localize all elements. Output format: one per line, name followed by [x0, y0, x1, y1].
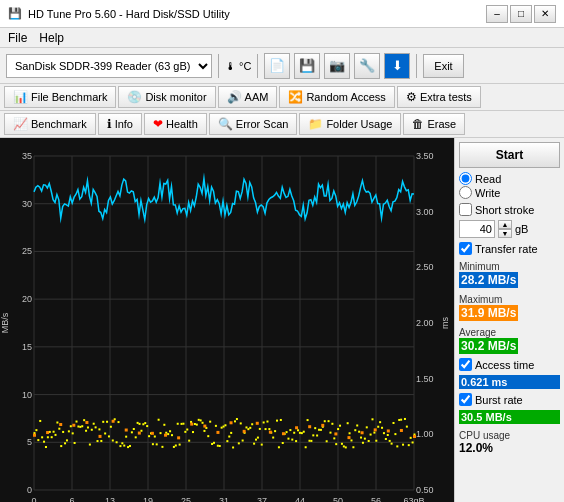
- transfer-rate-text: Transfer rate: [475, 243, 538, 255]
- nav-file-benchmark[interactable]: 📊 File Benchmark: [4, 86, 116, 108]
- close-button[interactable]: ✕: [534, 5, 556, 23]
- nav-health[interactable]: ❤ Health: [144, 113, 207, 135]
- toolbar-btn5[interactable]: ⬇: [384, 53, 410, 79]
- maximum-label: Maximum: [459, 294, 560, 305]
- short-stroke-unit: gB: [515, 223, 528, 235]
- burst-value: 30.5 MB/s: [459, 410, 560, 424]
- minimize-button[interactable]: –: [486, 5, 508, 23]
- drive-select[interactable]: SanDisk SDDR-399 Reader (63 gB): [6, 54, 212, 78]
- nav-file-benchmark-label: File Benchmark: [31, 91, 107, 103]
- start-button[interactable]: Start: [459, 142, 560, 168]
- benchmark-icon: 📈: [13, 117, 28, 131]
- extra-tests-icon: ⚙: [406, 90, 417, 104]
- short-stroke-checkbox[interactable]: [459, 203, 472, 216]
- radio-read-label[interactable]: Read: [459, 172, 560, 185]
- toolbar-btn1[interactable]: 📄: [264, 53, 290, 79]
- nav-erase[interactable]: 🗑 Erase: [403, 113, 465, 135]
- nav-info[interactable]: ℹ Info: [98, 113, 142, 135]
- transfer-rate-checkbox[interactable]: [459, 242, 472, 255]
- menubar: File Help: [0, 28, 564, 48]
- toolbar-temp: 🌡 °C: [225, 60, 251, 72]
- maximum-value: 31.9 MB/s: [459, 305, 518, 321]
- info-icon: ℹ: [107, 117, 112, 131]
- nav-random-access-label: Random Access: [306, 91, 385, 103]
- exit-button[interactable]: Exit: [423, 54, 463, 78]
- average-label: Average: [459, 327, 560, 338]
- right-panel: Start Read Write Short stroke ▲ ▼ gB: [454, 138, 564, 502]
- folder-usage-icon: 📁: [308, 117, 323, 131]
- chart-area: [0, 138, 454, 502]
- nav-error-scan[interactable]: 🔍 Error Scan: [209, 113, 298, 135]
- app-icon: 💾: [8, 7, 22, 20]
- titlebar-left: 💾 HD Tune Pro 5.60 - Hard Disk/SSD Utili…: [8, 7, 230, 20]
- short-stroke-text: Short stroke: [475, 204, 534, 216]
- short-stroke-checkbox-label[interactable]: Short stroke: [459, 203, 560, 216]
- stat-cpu: CPU usage 12.0%: [459, 430, 560, 455]
- toolbar-btn4[interactable]: 🔧: [354, 53, 380, 79]
- spin-up[interactable]: ▲: [498, 220, 512, 229]
- minimum-label: Minimum: [459, 261, 560, 272]
- nav-extra-tests[interactable]: ⚙ Extra tests: [397, 86, 481, 108]
- temp-unit: °C: [239, 60, 251, 72]
- toolbar-btn3[interactable]: 📷: [324, 53, 350, 79]
- titlebar: 💾 HD Tune Pro 5.60 - Hard Disk/SSD Utili…: [0, 0, 564, 28]
- nav-random-access[interactable]: 🔀 Random Access: [279, 86, 394, 108]
- temp-icon: 🌡: [225, 60, 236, 72]
- menu-file[interactable]: File: [8, 31, 27, 45]
- nav-disk-monitor[interactable]: 💿 Disk monitor: [118, 86, 215, 108]
- access-time-checkbox-label[interactable]: Access time: [459, 358, 560, 371]
- toolbar-separator3: [416, 54, 417, 78]
- transfer-rate-checkbox-label[interactable]: Transfer rate: [459, 242, 560, 255]
- radio-write[interactable]: [459, 186, 472, 199]
- nav-aam[interactable]: 🔊 AAM: [218, 86, 278, 108]
- access-time-checkbox[interactable]: [459, 358, 472, 371]
- nav-extra-tests-label: Extra tests: [420, 91, 472, 103]
- stat-average: Average 30.2 MB/s: [459, 327, 560, 354]
- file-benchmark-icon: 📊: [13, 90, 28, 104]
- radio-read[interactable]: [459, 172, 472, 185]
- toolbar: SanDisk SDDR-399 Reader (63 gB) 🌡 °C 📄 💾…: [0, 48, 564, 84]
- maximize-button[interactable]: □: [510, 5, 532, 23]
- nav-row1: 📊 File Benchmark 💿 Disk monitor 🔊 AAM 🔀 …: [0, 84, 564, 111]
- stat-maximum: Maximum 31.9 MB/s: [459, 294, 560, 321]
- erase-icon: 🗑: [412, 117, 424, 131]
- disk-monitor-icon: 💿: [127, 90, 142, 104]
- titlebar-title: HD Tune Pro 5.60 - Hard Disk/SSD Utility: [28, 8, 230, 20]
- nav-error-scan-label: Error Scan: [236, 118, 289, 130]
- main-chart: [0, 138, 454, 502]
- main-content: Start Read Write Short stroke ▲ ▼ gB: [0, 138, 564, 502]
- titlebar-controls: – □ ✕: [486, 5, 556, 23]
- nav-health-label: Health: [166, 118, 198, 130]
- nav-disk-monitor-label: Disk monitor: [145, 91, 206, 103]
- nav-erase-label: Erase: [427, 118, 456, 130]
- burst-rate-text: Burst rate: [475, 394, 523, 406]
- toolbar-separator: [218, 54, 219, 78]
- radio-write-label[interactable]: Write: [459, 186, 560, 199]
- cpu-label: CPU usage: [459, 430, 560, 441]
- random-access-icon: 🔀: [288, 90, 303, 104]
- access-value: 0.621 ms: [459, 375, 560, 389]
- spin-down[interactable]: ▼: [498, 229, 512, 238]
- short-stroke-row: ▲ ▼ gB: [459, 220, 560, 238]
- average-value: 30.2 MB/s: [459, 338, 518, 354]
- access-time-text: Access time: [475, 359, 534, 371]
- nav-aam-label: AAM: [245, 91, 269, 103]
- minimum-value: 28.2 MB/s: [459, 272, 518, 288]
- short-stroke-spinner: ▲ ▼: [498, 220, 512, 238]
- burst-rate-checkbox[interactable]: [459, 393, 472, 406]
- nav-info-label: Info: [115, 118, 133, 130]
- error-scan-icon: 🔍: [218, 117, 233, 131]
- menu-help[interactable]: Help: [39, 31, 64, 45]
- aam-icon: 🔊: [227, 90, 242, 104]
- nav-folder-usage[interactable]: 📁 Folder Usage: [299, 113, 401, 135]
- nav-benchmark[interactable]: 📈 Benchmark: [4, 113, 96, 135]
- nav-benchmark-label: Benchmark: [31, 118, 87, 130]
- nav-folder-usage-label: Folder Usage: [326, 118, 392, 130]
- toolbar-btn2[interactable]: 💾: [294, 53, 320, 79]
- nav-row2: 📈 Benchmark ℹ Info ❤ Health 🔍 Error Scan…: [0, 111, 564, 138]
- burst-rate-checkbox-label[interactable]: Burst rate: [459, 393, 560, 406]
- radio-read-text: Read: [475, 173, 501, 185]
- cpu-value: 12.0%: [459, 441, 493, 455]
- radio-group: Read Write: [459, 172, 560, 199]
- short-stroke-input[interactable]: [459, 220, 495, 238]
